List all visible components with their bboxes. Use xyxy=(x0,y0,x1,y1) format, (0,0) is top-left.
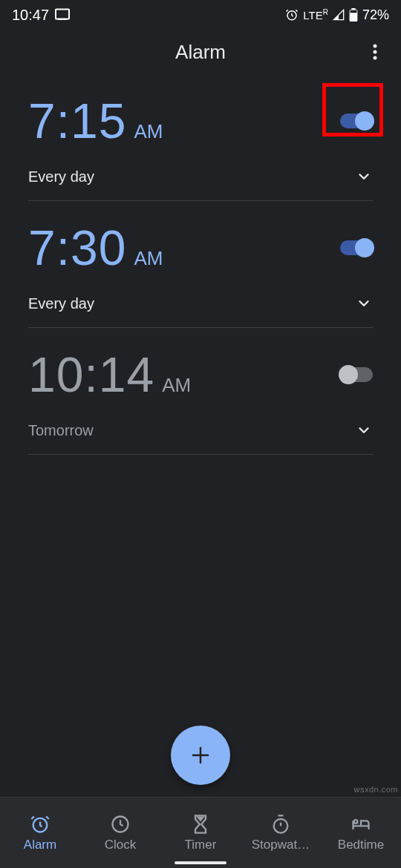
status-left: 10:47 xyxy=(12,7,70,24)
alarm-time-row: 10:14 AM xyxy=(28,350,373,399)
nav-label: Clock xyxy=(105,838,137,852)
status-bar: 10:47 LTER 72% xyxy=(0,0,401,30)
nav-tab-clock[interactable]: Clock xyxy=(80,798,160,868)
alarm-time-row: 7:30 AM xyxy=(28,223,373,272)
alarm-icon xyxy=(30,814,50,835)
alarm-detail-row[interactable]: Every day xyxy=(28,168,373,185)
status-right: LTER 72% xyxy=(285,7,389,23)
hourglass-icon xyxy=(190,814,211,835)
svg-point-7 xyxy=(374,50,377,54)
alarm-time-value: 7:30 xyxy=(28,223,126,272)
plus-icon xyxy=(189,744,212,766)
alarm-toggle[interactable] xyxy=(340,367,373,382)
expand-icon xyxy=(355,295,373,312)
alarm-time-suffix: AM xyxy=(162,374,191,397)
svg-point-8 xyxy=(374,56,377,60)
alarm-repeat-label: Every day xyxy=(28,168,94,185)
alarm-time-row: 7:15 AM xyxy=(28,96,373,145)
watermark: wsxdn.com xyxy=(353,785,398,794)
nav-label: Stopwat… xyxy=(252,838,310,852)
alarm-toggle[interactable] xyxy=(340,114,373,128)
alarm-repeat-label: Every day xyxy=(28,295,94,312)
nav-tab-stopwatch[interactable]: Stopwat… xyxy=(241,798,321,868)
alarm-item[interactable]: 10:14 AM Tomorrow xyxy=(28,328,373,455)
expand-icon xyxy=(355,421,373,439)
toggle-knob xyxy=(339,365,358,384)
toggle-knob xyxy=(355,238,374,257)
battery-percent: 72% xyxy=(362,7,389,23)
chevron-down-icon xyxy=(356,295,372,312)
alarm-detail-row[interactable]: Tomorrow xyxy=(28,421,373,439)
chevron-down-icon xyxy=(356,168,372,185)
alarm-list: 7:15 AM Every day 7:30 AM E xyxy=(0,74,401,455)
nav-tab-timer[interactable]: Timer xyxy=(160,798,241,868)
page-title: Alarm xyxy=(175,41,226,64)
signal-icon xyxy=(333,9,345,21)
alarm-time[interactable]: 10:14 AM xyxy=(28,350,191,399)
nav-label: Timer xyxy=(185,838,217,852)
alarm-time-value: 7:15 xyxy=(28,96,126,145)
alarm-item[interactable]: 7:30 AM Every day xyxy=(28,201,373,328)
svg-rect-3 xyxy=(351,8,355,10)
nav-label: Bedtime xyxy=(338,838,384,852)
svg-rect-0 xyxy=(56,9,69,19)
alarm-time-suffix: AM xyxy=(134,247,163,270)
alarm-repeat-label: Tomorrow xyxy=(28,422,94,439)
alarm-toggle[interactable] xyxy=(340,240,373,255)
clock-icon xyxy=(110,814,131,835)
alarm-time-suffix: AM xyxy=(134,120,163,143)
annotation-highlight-box xyxy=(322,83,383,137)
bed-icon xyxy=(351,814,371,835)
bottom-nav: Alarm Clock Timer Stopwat… Bedtime xyxy=(0,797,401,868)
alarm-time-value: 10:14 xyxy=(28,350,154,399)
nav-tab-bedtime[interactable]: Bedtime xyxy=(321,798,401,868)
more-vert-icon xyxy=(373,44,377,60)
add-alarm-button[interactable] xyxy=(171,726,230,785)
battery-icon xyxy=(349,8,358,22)
svg-point-6 xyxy=(374,45,377,48)
status-time: 10:47 xyxy=(12,7,49,24)
cast-icon xyxy=(55,7,70,24)
nav-tab-alarm[interactable]: Alarm xyxy=(0,798,80,868)
alarm-time[interactable]: 7:30 AM xyxy=(28,223,163,272)
alarm-detail-row[interactable]: Every day xyxy=(28,295,373,312)
expand-icon xyxy=(355,168,373,185)
toggle-knob xyxy=(355,111,374,131)
svg-rect-5 xyxy=(350,13,357,22)
overflow-menu-button[interactable] xyxy=(364,41,386,63)
home-indicator[interactable] xyxy=(175,861,226,864)
alarm-status-icon xyxy=(285,8,299,22)
nav-label: Alarm xyxy=(24,838,56,852)
app-header: Alarm xyxy=(0,30,401,74)
network-label: LTER xyxy=(303,8,328,22)
alarm-item[interactable]: 7:15 AM Every day xyxy=(28,74,373,201)
stopwatch-icon xyxy=(270,814,291,835)
alarm-time[interactable]: 7:15 AM xyxy=(28,96,163,145)
chevron-down-icon xyxy=(356,422,372,438)
